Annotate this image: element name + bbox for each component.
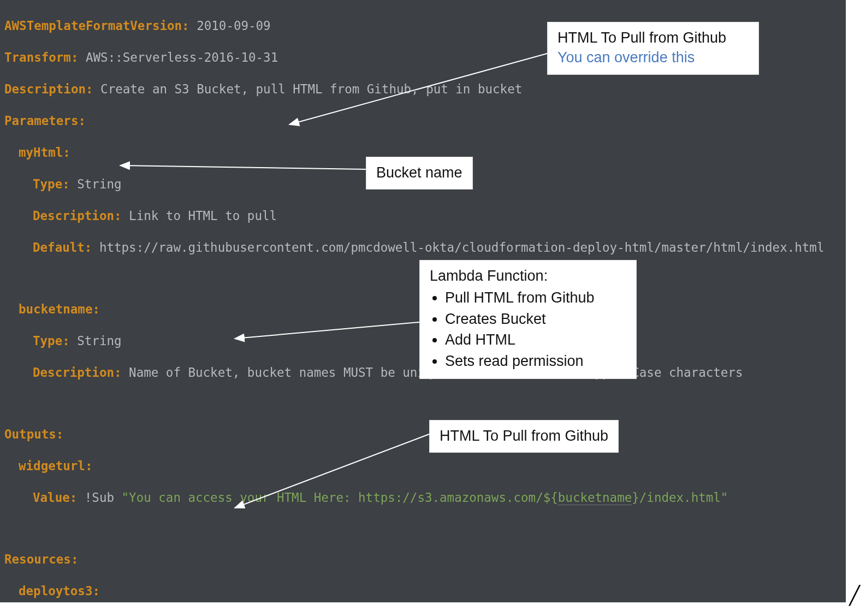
yaml-key: Description:: [4, 82, 93, 96]
yaml-string: bucketname: [558, 490, 632, 505]
callout-html-pull-2: HTML To Pull from Github: [429, 420, 619, 453]
yaml-key: Description:: [33, 209, 122, 223]
callout-list-item: Creates Bucket: [445, 309, 626, 329]
stage: AWSTemplateFormatVersion: 2010-09-09 Tra…: [0, 0, 866, 616]
yaml-key: deploytos3:: [19, 584, 100, 598]
yaml-key: bucketname:: [19, 302, 100, 316]
callout-list: Pull HTML from Github Creates Bucket Add…: [430, 288, 626, 371]
yaml-value: 2010-09-09: [197, 19, 270, 33]
yaml-key: myHtml:: [19, 145, 70, 159]
callout-text: HTML To Pull from Github: [440, 428, 608, 444]
stray-slash: /: [850, 578, 858, 613]
callout-bucket-name: Bucket name: [366, 157, 473, 189]
yaml-value: String: [77, 177, 121, 191]
yaml-key: widgeturl:: [19, 459, 92, 473]
yaml-string: "You can access your HTML Here: https://…: [122, 490, 558, 505]
callout-list-item: Add HTML: [445, 330, 626, 350]
callout-lambda-function: Lambda Function: Pull HTML from Github C…: [419, 260, 637, 379]
yaml-value: https://raw.githubusercontent.com/pmcdow…: [99, 240, 825, 254]
yaml-value: AWS::Serverless-2016-10-31: [86, 50, 278, 64]
yaml-key: AWSTemplateFormatVersion:: [4, 19, 189, 33]
callout-html-pull: HTML To Pull from Github You can overrid…: [547, 22, 759, 75]
yaml-string: }/index.html": [632, 490, 728, 505]
yaml-value: String: [77, 334, 121, 348]
callout-title: HTML To Pull from Github: [557, 28, 749, 48]
yaml-key: Default:: [33, 240, 92, 254]
callout-text: Bucket name: [376, 164, 462, 181]
yaml-key: Description:: [33, 365, 122, 380]
yaml-key: Parameters:: [4, 114, 86, 128]
callout-list-item: Pull HTML from Github: [445, 288, 626, 307]
callout-subtitle: You can override this: [557, 48, 749, 67]
yaml-key: Resources:: [4, 552, 78, 566]
yaml-key: Outputs:: [4, 427, 63, 441]
yaml-key: Type:: [33, 334, 70, 348]
yaml-key: Value:: [33, 490, 77, 505]
callout-title: Lambda Function:: [430, 266, 626, 286]
yaml-value: Link to HTML to pull: [129, 209, 277, 223]
yaml-key: Transform:: [4, 50, 78, 64]
yaml-key: Type:: [33, 177, 70, 191]
yaml-value: Create an S3 Bucket, pull HTML from Gith…: [100, 82, 522, 96]
yaml-tag: !Sub: [85, 490, 114, 505]
callout-list-item: Sets read permission: [445, 351, 626, 371]
